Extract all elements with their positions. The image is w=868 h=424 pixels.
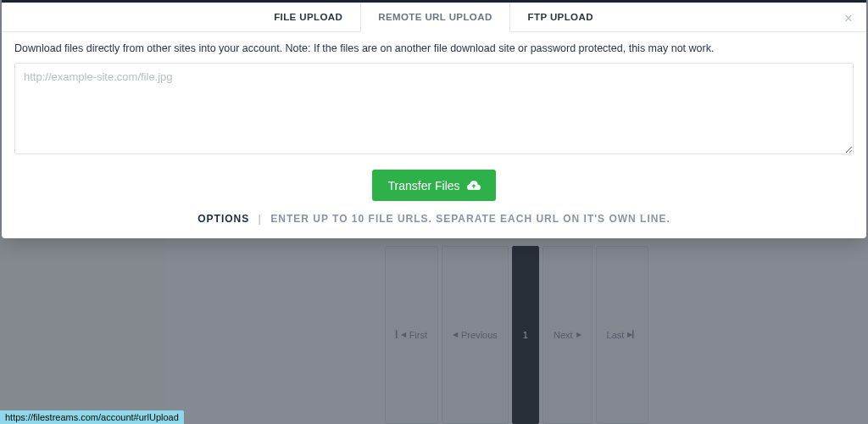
hint-text: ENTER UP TO 10 FILE URLS. SEPARATE EACH … [270, 213, 670, 225]
hint-row: OPTIONS | ENTER UP TO 10 FILE URLS. SEPA… [14, 213, 854, 225]
close-icon[interactable]: × [841, 11, 856, 26]
transfer-files-label: Transfer Files [387, 179, 459, 192]
upload-tabs: FILE UPLOAD REMOTE URL UPLOAD FTP UPLOAD… [2, 3, 866, 32]
browser-status-url: https://filestreams.com/account#urlUploa… [0, 410, 184, 424]
url-input[interactable] [14, 63, 854, 154]
tab-file-upload[interactable]: FILE UPLOAD [257, 3, 360, 32]
upload-modal: FILE UPLOAD REMOTE URL UPLOAD FTP UPLOAD… [2, 0, 866, 238]
hint-separator: | [259, 213, 262, 225]
modal-actions: Transfer Files [14, 170, 854, 201]
tab-remote-url-upload[interactable]: REMOTE URL UPLOAD [360, 3, 509, 32]
tab-ftp-upload[interactable]: FTP UPLOAD [510, 3, 611, 32]
modal-body: Download files directly from other sites… [2, 32, 866, 238]
remote-upload-note: Download files directly from other sites… [14, 42, 854, 54]
cloud-upload-icon [467, 178, 481, 192]
transfer-files-button[interactable]: Transfer Files [372, 170, 495, 201]
options-link[interactable]: OPTIONS [198, 213, 249, 225]
